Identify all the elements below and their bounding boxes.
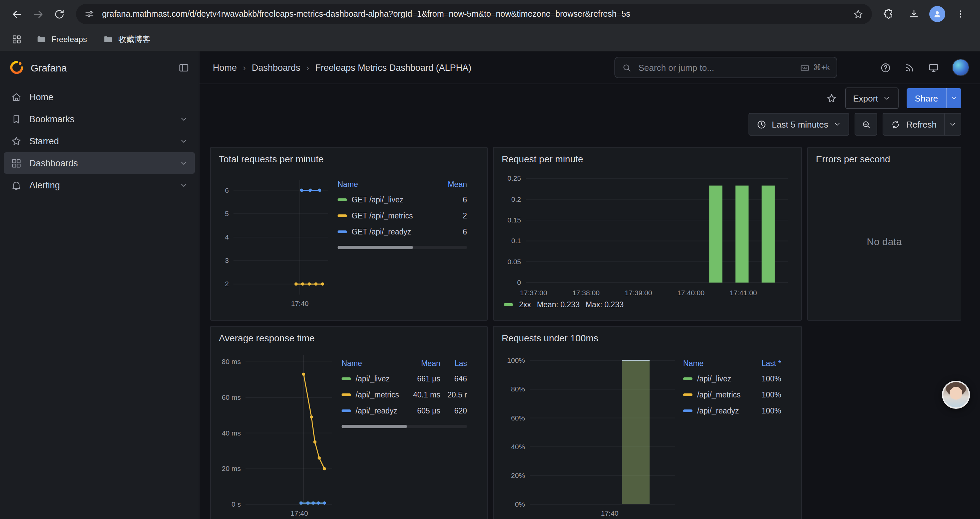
scrollbar-thumb[interactable] — [337, 246, 413, 249]
chevron-down-icon — [883, 94, 891, 102]
panel-title[interactable]: Average response time — [211, 327, 487, 345]
address-bar[interactable] — [76, 4, 872, 24]
series-marker — [683, 378, 692, 380]
bookmark-folder-blogs[interactable]: 收藏博客 — [98, 31, 156, 48]
sidebar-item-alerting[interactable]: Alerting — [4, 174, 195, 196]
assistant-avatar-overlay[interactable] — [942, 381, 970, 409]
share-split-button: Share — [907, 88, 961, 108]
series-toggle[interactable]: GET /api/_readyz — [337, 228, 430, 236]
svg-text:80%: 80% — [511, 385, 525, 393]
news-button[interactable] — [904, 62, 915, 73]
forward-button[interactable] — [28, 4, 48, 24]
svg-text:17:41:00: 17:41:00 — [730, 289, 757, 297]
panel-title[interactable]: Requests under 100ms — [494, 327, 801, 345]
series-toggle[interactable]: 2xx — [519, 300, 531, 308]
bookmark-label: Freeleaps — [51, 35, 87, 44]
search-box[interactable]: ⌘+k — [614, 57, 837, 78]
chevron-down-icon[interactable] — [180, 181, 188, 189]
svg-text:0.05: 0.05 — [508, 258, 521, 265]
reload-button[interactable] — [49, 4, 69, 24]
apps-grid-button[interactable] — [8, 31, 25, 48]
legend-table: Name Mean Las /api/_livez 661 µs 646 /ap… — [342, 356, 479, 519]
url-input[interactable] — [101, 9, 846, 19]
series-toggle[interactable]: /api/_metrics — [683, 391, 744, 399]
svg-text:0: 0 — [517, 278, 521, 286]
panel-average-response-time: Average response time 80 ms60 ms40 ms20 … — [210, 326, 488, 519]
browser-menu-button[interactable] — [951, 4, 970, 24]
panel-title[interactable]: Total requests per minute — [211, 148, 487, 166]
legend-scrollbar[interactable] — [342, 425, 467, 428]
kiosk-mode-button[interactable] — [928, 62, 939, 73]
svg-text:0.1: 0.1 — [511, 237, 521, 244]
favorite-dashboard-button[interactable] — [826, 93, 837, 104]
panel-title[interactable]: Request per minute — [494, 148, 801, 166]
legend-col-name[interactable]: Name — [337, 180, 358, 188]
time-range-picker[interactable]: Last 5 minutes — [749, 113, 850, 136]
chevron-down-icon[interactable] — [180, 115, 188, 123]
legend-col-name[interactable]: Name — [342, 359, 362, 367]
no-data-message: No data — [867, 235, 902, 247]
total-requests-chart[interactable]: 6543217:40 — [219, 173, 334, 311]
series-toggle[interactable]: /api/_metrics — [342, 391, 403, 399]
downloads-button[interactable] — [904, 4, 924, 24]
search-input[interactable] — [637, 62, 795, 73]
chevron-down-icon[interactable] — [180, 159, 188, 167]
extensions-button[interactable] — [878, 4, 899, 24]
panel-requests-under-100ms: Requests under 100ms 100%80%60%40%20%0%1… — [493, 326, 802, 519]
svg-text:4: 4 — [225, 233, 229, 241]
legend-col-mean[interactable]: Mean — [430, 180, 467, 188]
series-marker — [337, 231, 347, 233]
zoom-out-button[interactable] — [855, 113, 878, 136]
series-toggle[interactable]: /api/_livez — [683, 375, 744, 383]
share-button[interactable]: Share — [907, 88, 946, 108]
series-toggle[interactable]: GET /api/_livez — [337, 196, 430, 204]
series-toggle[interactable]: /api/_readyz — [342, 407, 403, 415]
legend-col-last[interactable]: Last * — [744, 359, 781, 367]
grafana-logo-icon[interactable] — [10, 60, 24, 75]
sidebar-header: Grafana — [0, 51, 199, 83]
requests-under-100ms-chart[interactable]: 100%80%60%40%20%0%17:40 — [502, 348, 679, 519]
legend-col-name[interactable]: Name — [683, 359, 703, 367]
sidebar-item-dashboards[interactable]: Dashboards — [4, 152, 195, 174]
dashboards-grid-icon — [11, 157, 22, 169]
series-toggle[interactable]: /api/_livez — [342, 375, 403, 383]
panel-title[interactable]: Errors per second — [808, 148, 961, 166]
legend-max: Max: 0.233 — [586, 300, 624, 308]
average-response-time-chart[interactable]: 80 ms60 ms40 ms20 ms0 s17:40 — [219, 348, 337, 519]
browser-profile-button[interactable] — [929, 6, 945, 22]
time-range-label: Last 5 minutes — [772, 119, 828, 129]
breadcrumb-home[interactable]: Home — [213, 62, 237, 72]
svg-text:100%: 100% — [507, 356, 525, 364]
legend-scrollbar[interactable] — [337, 246, 467, 249]
bookmark-star-icon[interactable] — [853, 8, 864, 20]
sidebar-item-bookmarks[interactable]: Bookmarks — [4, 108, 195, 129]
legend-col-mean[interactable]: Mean — [403, 359, 440, 367]
bookmark-folder-freeleaps[interactable]: Freeleaps — [31, 31, 92, 48]
sidebar-item-label: Dashboards — [29, 158, 78, 168]
sidebar-item-label: Alerting — [29, 180, 60, 190]
refresh-button[interactable]: Refresh — [883, 113, 945, 136]
legend-row: GET /api/_livez 6 — [337, 192, 467, 208]
scrollbar-thumb[interactable] — [342, 425, 407, 428]
breadcrumb-separator: › — [306, 62, 309, 72]
series-toggle[interactable]: /api/_readyz — [683, 407, 744, 415]
share-menu-button[interactable] — [946, 88, 961, 108]
request-per-minute-chart[interactable]: 0.250.20.150.10.05017:37:0017:38:0017:39… — [502, 169, 795, 300]
back-button[interactable] — [7, 4, 27, 24]
sidebar-collapse-button[interactable] — [178, 62, 189, 73]
site-controls-icon[interactable] — [84, 9, 95, 19]
series-toggle[interactable]: GET /api/_metrics — [337, 212, 430, 220]
sidebar-item-starred[interactable]: Starred — [4, 130, 195, 152]
help-button[interactable] — [880, 62, 891, 73]
svg-text:40 ms: 40 ms — [222, 429, 241, 437]
series-marker — [337, 215, 347, 217]
breadcrumb-dashboards[interactable]: Dashboards — [252, 62, 301, 72]
chevron-down-icon[interactable] — [180, 137, 188, 145]
svg-text:17:40: 17:40 — [601, 509, 619, 517]
sidebar-item-home[interactable]: Home — [4, 86, 195, 107]
legend-col-last[interactable]: Las — [440, 359, 467, 367]
user-avatar[interactable] — [952, 59, 969, 76]
breadcrumb-current: Freeleaps Metrics Dashboard (ALPHA) — [315, 62, 471, 72]
export-button[interactable]: Export — [845, 88, 899, 109]
refresh-interval-button[interactable] — [945, 113, 961, 136]
